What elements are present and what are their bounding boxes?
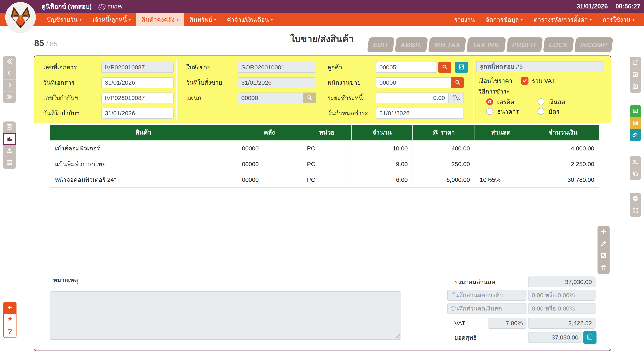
menu-daily-journal[interactable]: บัญชีรายวัน▾ xyxy=(42,13,87,26)
notes-textarea[interactable] xyxy=(50,291,401,340)
tax-date-field[interactable]: 31/01/2026 xyxy=(101,108,174,119)
net-total-expand-button[interactable] xyxy=(583,331,596,344)
col-discount: ส่วนลด xyxy=(475,125,527,140)
edit-row-button[interactable] xyxy=(598,238,610,250)
expand-icon xyxy=(458,64,465,71)
customer-code-field[interactable]: 00005 xyxy=(376,62,437,73)
print-button[interactable] xyxy=(630,193,641,205)
vat-amount: 2,422.52 xyxy=(528,318,596,329)
payment-credit-label: เครดิต xyxy=(497,98,514,106)
department-search-button[interactable] xyxy=(303,92,316,103)
preview-search-button[interactable] xyxy=(3,121,16,133)
menu-reports[interactable]: รายงาน xyxy=(449,13,480,26)
whtax-status-button[interactable]: WH.TAX xyxy=(428,37,466,52)
resize-handle-icon[interactable] xyxy=(396,334,400,339)
plus-icon xyxy=(600,228,606,235)
col-price: @ ราคา xyxy=(413,125,475,140)
notes-label: หมายเหตุ xyxy=(53,275,78,285)
revert-button[interactable] xyxy=(630,117,641,129)
incomp-status-button[interactable]: INCOMP xyxy=(574,37,613,52)
col-product: สินค้า xyxy=(50,125,237,140)
menu-ap-ar[interactable]: เจ้าหนี้/ลูกหนี้▾ xyxy=(87,13,136,26)
clock: 31/01/2026 08:56:27 xyxy=(576,0,640,13)
chevron-right-icon xyxy=(6,82,13,89)
delete-document-button[interactable] xyxy=(630,81,641,93)
prev-record-button[interactable] xyxy=(3,67,16,79)
salesperson-search-button[interactable] xyxy=(452,77,464,88)
credit-term-label: ระยะชำระหนี้ xyxy=(328,92,363,103)
menu-inventory[interactable]: สินค้าคงคลัง▾ xyxy=(136,13,184,26)
journal-link-label: JL xyxy=(632,159,638,165)
taxinv-status-button[interactable]: TAX INV. xyxy=(466,37,506,52)
customer-expand-button[interactable] xyxy=(455,62,468,73)
payment-cash-radio[interactable] xyxy=(538,98,544,105)
payment-card-radio[interactable] xyxy=(538,108,544,115)
expand-row-button[interactable] xyxy=(598,250,610,262)
attachment-button[interactable] xyxy=(630,129,641,141)
save-button[interactable] xyxy=(630,105,641,117)
double-chevron-left-icon xyxy=(6,58,13,65)
table-row[interactable]: แป้นพิมพ์ ภาษาไทย 00000 PC 9.00 250.00 2… xyxy=(50,157,599,172)
next-record-button[interactable] xyxy=(3,79,16,91)
view-tools-toolbar xyxy=(3,121,16,169)
chevron-down-icon: ▾ xyxy=(590,17,592,22)
status-buttons: EDIT ABBR. WH.TAX TAX INV. PROFIT LOCK I… xyxy=(368,37,612,52)
trade-discount-value[interactable]: 0.00 หรือ 0.00% xyxy=(528,290,596,301)
profit-status-button[interactable]: PROFIT xyxy=(506,37,543,52)
menu-code-settings[interactable]: ตารางรหัส/การตั้งค่า▾ xyxy=(528,13,597,26)
first-record-button[interactable] xyxy=(3,56,16,67)
tax-no-field[interactable]: IVP026010087 xyxy=(101,92,174,103)
table-row[interactable]: เม้าส์คอมพิวเตอร์ 00000 PC 10.00 400.00 … xyxy=(50,141,599,156)
abbr-status-button[interactable]: ABBR. xyxy=(395,37,428,52)
chart-view-button[interactable] xyxy=(3,133,16,145)
add-row-button[interactable] xyxy=(598,226,610,238)
vat-included-checkbox[interactable] xyxy=(521,77,528,85)
cash-discount-value[interactable]: 0.00 หรือ 0.00% xyxy=(528,303,596,314)
back-button[interactable] xyxy=(4,302,16,314)
copy-icon xyxy=(632,171,638,178)
help-button[interactable]: ? xyxy=(4,326,16,338)
menu-assets[interactable]: สินทรัพย์▾ xyxy=(184,13,222,26)
pencil-icon xyxy=(600,241,606,247)
bottom-left-toolbar: ? xyxy=(3,302,16,338)
payment-credit-radio[interactable] xyxy=(486,98,493,105)
check-square-icon xyxy=(632,108,638,115)
export-button[interactable] xyxy=(3,145,16,157)
payment-bank-radio[interactable] xyxy=(486,108,493,115)
vat-included-label: รวม VAT xyxy=(532,77,555,84)
net-total-value: 37,030.00 xyxy=(528,332,582,343)
edit-document-button[interactable] xyxy=(630,69,641,81)
trash-icon xyxy=(600,265,606,272)
due-date-field[interactable]: 31/01/2026 xyxy=(376,108,464,119)
pin-button[interactable] xyxy=(4,314,16,326)
menu-payroll[interactable]: ค่าจ้าง/เงินเดือน▾ xyxy=(222,13,278,26)
qr-scan-button[interactable] xyxy=(630,205,641,217)
delete-row-button[interactable] xyxy=(598,262,610,274)
vat-label: VAT xyxy=(454,318,465,329)
double-chevron-right-icon xyxy=(6,93,13,101)
cash-discount-button[interactable]: บันทึกส่วนลดเงินสด xyxy=(447,303,526,314)
bar-chart-icon xyxy=(6,135,13,143)
lock-status-button[interactable]: LOCK xyxy=(543,37,574,52)
salesperson-field[interactable]: 00000 xyxy=(376,77,452,88)
record-nav-toolbar xyxy=(3,56,16,103)
fox-logo-icon[interactable] xyxy=(5,2,36,32)
menu-usage[interactable]: การใช้งาน▾ xyxy=(597,13,640,26)
table-row[interactable]: หน้าจอคอมพิวเตอร์ 24" 00000 PC 6.00 6,00… xyxy=(50,173,599,188)
payment-cash-label: เงินสด xyxy=(548,98,565,106)
row-tools-toolbar xyxy=(598,226,610,274)
edit-status-button[interactable]: EDIT xyxy=(367,37,395,52)
customer-search-button[interactable] xyxy=(438,62,452,73)
journal-link-button[interactable]: JL xyxy=(630,156,641,168)
last-record-button[interactable] xyxy=(3,91,16,103)
trade-discount-button[interactable]: บันทึกส่วนลดการค้า xyxy=(447,290,526,301)
new-document-button[interactable] xyxy=(630,57,641,69)
copy-document-button[interactable] xyxy=(630,168,641,180)
sale-order-label: ใบสั่งขาย xyxy=(186,62,211,73)
expand-icon xyxy=(600,253,606,259)
table-view-button[interactable] xyxy=(3,157,16,169)
menu-data-management[interactable]: จัดการข้อมูล▾ xyxy=(480,13,528,26)
doc-date-field[interactable]: 31/01/2026 xyxy=(101,77,174,88)
subtotal-value: 37,030.00 xyxy=(528,277,596,287)
credit-term-field[interactable]: 0.00 xyxy=(376,92,448,103)
